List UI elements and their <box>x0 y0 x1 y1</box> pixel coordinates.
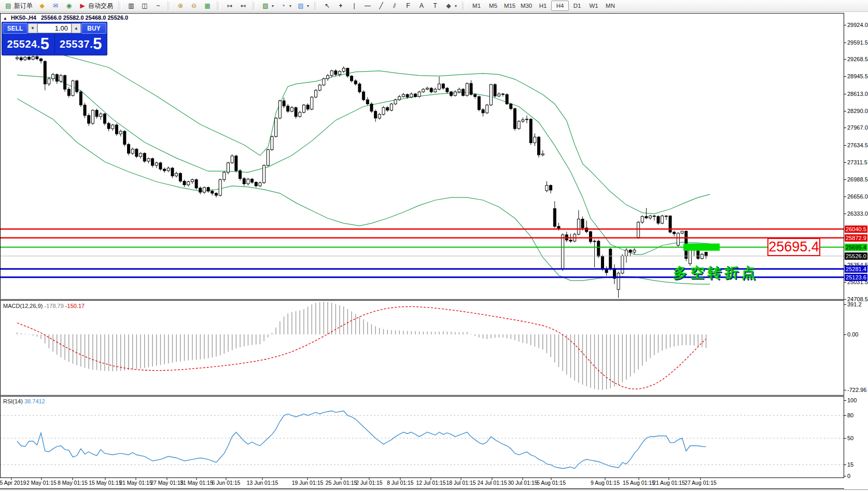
timeframe-mn-button[interactable]: MN <box>602 1 619 10</box>
axis-tick <box>844 179 846 180</box>
buy-price[interactable]: 25537.5 <box>55 34 107 54</box>
line-chart-icon: ~ <box>154 2 162 10</box>
crosshair-tool-button[interactable]: + <box>334 0 347 11</box>
chart-shift-icon: ↤ <box>239 2 247 10</box>
periods-button[interactable]: ◔ ▾ <box>276 0 294 11</box>
timeframe-h1-button[interactable]: H1 <box>535 1 551 10</box>
bar-chart-button[interactable]: ▥ <box>124 0 138 11</box>
sell-button[interactable]: SELL <box>3 23 27 34</box>
new-order-label: 新订单 <box>14 2 33 10</box>
horizontal-line-tool-button[interactable]: — <box>361 0 374 11</box>
symbol-name: HK50-,H4 <box>11 15 36 21</box>
text-label-tool-button[interactable]: T <box>428 0 442 11</box>
toolbar-separator <box>314 1 318 10</box>
timeframe-m15-button[interactable]: M15 <box>501 1 518 10</box>
trendline-tool-button[interactable]: ╱ <box>374 0 388 11</box>
time-axis-label: 13 Jun 01:15 <box>239 480 286 486</box>
price-tag: 26040.5 <box>845 226 867 233</box>
axis-tick <box>844 76 846 77</box>
time-axis[interactable]: 25 Apr 20192 May 01:158 May 01:1515 May … <box>0 479 844 489</box>
vertical-line-icon: | <box>350 2 358 10</box>
price-tick-label: 28945.5 <box>847 73 868 79</box>
axis-tick <box>844 145 846 146</box>
chart-shift-button[interactable]: ↤ <box>236 0 250 11</box>
rsi-tick-label: 0 <box>847 473 850 479</box>
tile-windows-icon: ▦ <box>203 2 212 10</box>
new-chart-button[interactable]: ▧ ▾ <box>259 0 276 11</box>
channel-tool-button[interactable]: ⫽ <box>388 0 401 11</box>
price-tick-label: 29591.5 <box>847 39 868 46</box>
text-tool-button[interactable]: A <box>415 0 428 11</box>
toolbar-separator <box>253 1 256 10</box>
one-click-trading-panel: SELL ▼ ▲ BUY 25524.5 25537.5 <box>2 22 107 55</box>
axis-tick <box>844 59 846 60</box>
buy-button[interactable]: BUY <box>81 23 106 34</box>
macd-main-value: -178.79 <box>44 303 63 309</box>
rsi-tick-label: 50 <box>847 435 853 441</box>
cursor-icon: ↖ <box>323 2 331 10</box>
tile-windows-button[interactable]: ▦ <box>201 0 214 11</box>
zoom-out-icon: ⊖ <box>190 2 198 10</box>
axis-tick <box>844 438 846 439</box>
signals-button[interactable]: ◉ <box>62 0 76 11</box>
volume-increase-button[interactable]: ▲ <box>72 23 81 33</box>
dropdown-arrow-icon: ▾ <box>272 4 274 8</box>
vertical-line-tool-button[interactable]: | <box>347 0 361 11</box>
volume-decrease-button[interactable]: ▼ <box>28 23 37 33</box>
market-watch-button[interactable]: ◆ <box>35 0 49 11</box>
axis-tick <box>844 465 846 465</box>
arrows-tool-button[interactable]: ◆ ▾ <box>442 0 459 11</box>
auto-scroll-button[interactable]: ↦ <box>223 0 236 11</box>
chart-area[interactable] <box>0 0 868 492</box>
new-order-button[interactable]: ▤ 新订单 <box>2 0 35 11</box>
axis-tick <box>844 400 846 401</box>
timeframe-d1-button[interactable]: D1 <box>569 1 585 10</box>
price-annotation-box[interactable]: 25695.4 <box>767 238 820 256</box>
axis-tick <box>844 128 846 128</box>
gold-icon: ◆ <box>38 2 46 10</box>
collapse-quote-panel-arrow[interactable]: ▲ <box>3 16 7 21</box>
timeframe-w1-button[interactable]: W1 <box>585 1 602 10</box>
price-tick-label: 29924.0 <box>847 22 868 28</box>
volume-input[interactable] <box>37 23 72 33</box>
new-chart-icon: ▧ <box>261 2 270 10</box>
turning-point-annotation[interactable]: 多空转折点 <box>673 263 759 282</box>
macd-signal-value: -150.17 <box>65 303 85 309</box>
fibonacci-icon: F <box>404 2 412 10</box>
axis-tick <box>844 94 846 94</box>
price-tick-label: 26656.0 <box>847 193 868 200</box>
timeframe-m5-button[interactable]: M5 <box>485 1 501 10</box>
autotrading-button[interactable]: ▶ 自动交易 <box>76 0 116 11</box>
candlestick-chart-button[interactable]: ◫ <box>138 0 151 11</box>
time-axis-label: 27 Aug 01:15 <box>677 480 724 486</box>
timeframe-h4-button[interactable]: H4 <box>551 1 569 11</box>
cursor-tool-button[interactable]: ↖ <box>320 0 334 11</box>
contacts-button[interactable]: ✉ <box>49 0 62 11</box>
zoom-in-button[interactable]: ⊕ <box>174 0 187 11</box>
axis-tick <box>844 334 846 335</box>
price-tag: 25872.9 <box>845 234 867 242</box>
price-axis[interactable]: 29924.029591.529268.528945.528613.028290… <box>844 11 868 489</box>
sell-price[interactable]: 25524.5 <box>2 34 54 54</box>
autotrading-icon: ▶ <box>78 2 87 10</box>
zoom-out-button[interactable]: ⊖ <box>187 0 201 11</box>
toolbar-separator <box>118 1 122 10</box>
fibonacci-tool-button[interactable]: F <box>401 0 415 11</box>
rsi-tick-label: 100 <box>847 397 857 403</box>
rsi-name: RSI(14) <box>3 398 23 404</box>
price-tick-label: 27311.5 <box>847 159 867 165</box>
timeframe-m1-button[interactable]: M1 <box>468 1 485 10</box>
templates-button[interactable]: ▨ ▾ <box>294 0 312 11</box>
symbol-ohlc-header: ▲ HK50-,H4 25566.0 25582.0 25468.0 25526… <box>3 15 128 21</box>
arrows-icon: ◆ <box>444 2 453 10</box>
clock-icon: ◔ <box>279 2 287 10</box>
new-order-icon: ▤ <box>4 2 12 10</box>
dropdown-arrow-icon: ▾ <box>307 4 309 8</box>
price-tick-label: 29268.5 <box>847 56 868 62</box>
rsi-tick-label: 15 <box>847 461 853 468</box>
price-tick-label: 28290.0 <box>847 108 868 114</box>
timeframe-m30-button[interactable]: M30 <box>518 1 535 10</box>
text-label-icon: T <box>431 2 439 10</box>
line-chart-button[interactable]: ~ <box>151 0 165 11</box>
toolbar: ▤ 新订单 ◆ ✉ ◉ ▶ 自动交易 ▥ ◫ ~ ⊕ ⊖ ▦ ↦ ↤ ▧ <box>0 0 868 12</box>
